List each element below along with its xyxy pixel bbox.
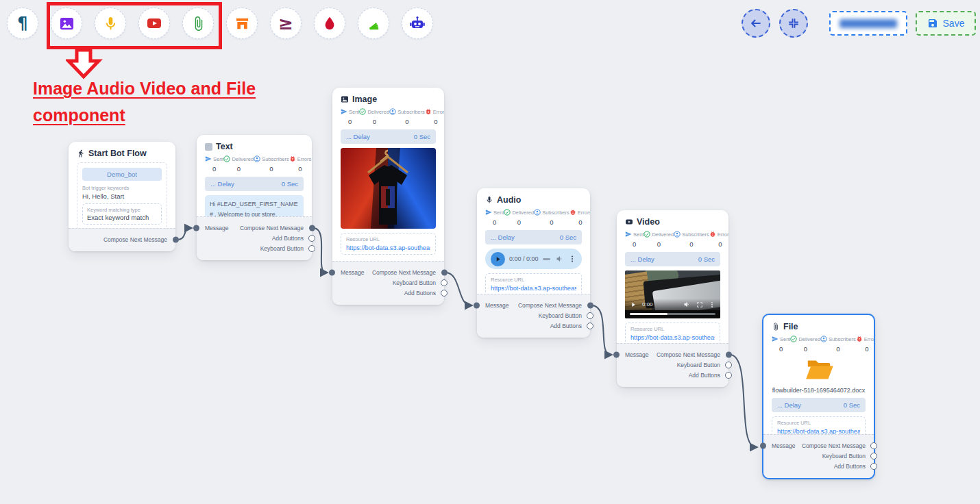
file-preview[interactable] bbox=[772, 357, 866, 384]
arrow-left-icon bbox=[749, 16, 763, 30]
sent-icon bbox=[205, 155, 212, 162]
sequence-component-button[interactable] bbox=[358, 8, 389, 39]
port-compose-out[interactable] bbox=[309, 225, 315, 231]
node-video[interactable]: Video Sent0 Delivered0 Subscribers0 Erro… bbox=[617, 210, 728, 387]
message-preview[interactable]: Hi #LEAD_USER_FIRST_NAME# , Welcome to o… bbox=[205, 195, 304, 216]
resource-url-link[interactable]: https://bot-data.s3.ap-southeast-1.wasab… bbox=[630, 334, 715, 341]
trigger-keywords-value[interactable]: Hi, Hello, Start bbox=[82, 192, 162, 200]
compose-next-message-label: Compose Next Message bbox=[103, 236, 167, 243]
fit-view-button[interactable] bbox=[779, 9, 808, 38]
sent-icon bbox=[485, 209, 492, 216]
image-preview[interactable] bbox=[341, 148, 436, 229]
resource-url-box: Resource URL https://bot-data.s3.ap-sout… bbox=[485, 273, 582, 294]
video-player[interactable]: 0:00 bbox=[625, 270, 720, 318]
port-message-in[interactable] bbox=[613, 351, 620, 357]
resource-url-link[interactable]: https://bot-data.s3.ap-southeast-1.wasab… bbox=[777, 428, 860, 434]
port-message-in[interactable] bbox=[193, 225, 199, 231]
audio-time: 0:00 / 0:00 bbox=[509, 255, 539, 262]
delay-setting[interactable]: ... Delay0 Sec bbox=[485, 230, 582, 244]
greater-equal-icon: ≥ bbox=[278, 14, 293, 32]
node-footer: Message Compose Next Message Keyboard Bu… bbox=[617, 343, 728, 387]
volume-icon[interactable] bbox=[556, 255, 564, 263]
trigger-keywords-label: Bot trigger keywords bbox=[82, 185, 162, 191]
port-keyboard-button[interactable] bbox=[870, 453, 877, 459]
folder-icon bbox=[804, 357, 834, 381]
node-title: Image bbox=[341, 93, 436, 104]
video-controls: 0:00 bbox=[625, 299, 720, 310]
start-node-settings: Demo_bot Bot trigger keywords Hi, Hello,… bbox=[77, 162, 167, 228]
video-icon bbox=[625, 218, 633, 226]
delivered-icon bbox=[790, 336, 797, 342]
back-button[interactable] bbox=[742, 9, 770, 38]
port-message-in[interactable] bbox=[474, 302, 480, 308]
annotation-line-2: component bbox=[33, 102, 307, 129]
port-add-buttons[interactable] bbox=[441, 290, 448, 297]
flow-builder-canvas[interactable]: { "toolbar": { "paragraph_glyph": "¶", "… bbox=[0, 0, 980, 504]
condition-component-button[interactable]: ≥ bbox=[270, 8, 302, 39]
errors-icon bbox=[425, 108, 432, 115]
paragraph-component-button[interactable]: ¶ bbox=[7, 8, 38, 39]
redacted-button[interactable] bbox=[829, 11, 907, 36]
delay-setting[interactable]: ... Delay0 Sec bbox=[341, 129, 436, 144]
wire-text-to-image bbox=[313, 228, 326, 273]
node-audio[interactable]: Audio Sent0 Delivered0 Subscribers0 Erro… bbox=[477, 188, 590, 338]
errors-icon bbox=[289, 155, 296, 162]
port-keyboard-button[interactable] bbox=[725, 362, 732, 368]
keyword-matching-input[interactable]: Keyword matching type Exact keyword matc… bbox=[82, 203, 162, 225]
port-keyboard-button[interactable] bbox=[308, 245, 315, 252]
audio-progress[interactable] bbox=[543, 258, 550, 260]
play-button[interactable] bbox=[491, 252, 505, 266]
delay-setting[interactable]: ... Delay0 Sec bbox=[625, 252, 720, 266]
node-start-bot-flow[interactable]: Start Bot Flow Demo_bot Bot trigger keyw… bbox=[69, 142, 175, 251]
delay-setting[interactable]: ... Delay0 Sec bbox=[772, 398, 866, 412]
port-message-in[interactable] bbox=[760, 442, 766, 449]
port-compose-out[interactable] bbox=[726, 351, 732, 357]
play-icon[interactable] bbox=[630, 301, 637, 308]
save-button[interactable]: Save bbox=[916, 11, 976, 36]
node-image[interactable]: Image Sent0 Delivered0 Subscribers0 Erro… bbox=[332, 88, 444, 305]
node-footer: Message Compose Next Message Add Buttons… bbox=[197, 216, 312, 260]
errors-icon bbox=[856, 336, 863, 342]
audio-player[interactable]: 0:00 / 0:00 bbox=[485, 249, 582, 269]
video-progress[interactable] bbox=[630, 313, 715, 315]
resource-url-link[interactable]: https://bot-data.s3.ap-southeast-1.wasab… bbox=[491, 285, 576, 292]
node-footer: Message Compose Next Message Keyboard Bu… bbox=[332, 261, 444, 305]
node-title: Text bbox=[205, 140, 304, 151]
node-footer: Message Compose Next Message Keyboard Bu… bbox=[763, 434, 874, 478]
port-add-buttons[interactable] bbox=[870, 463, 877, 470]
port-compose-out[interactable] bbox=[870, 442, 877, 449]
sent-icon bbox=[625, 231, 632, 238]
port-compose-out[interactable] bbox=[441, 269, 448, 275]
node-file[interactable]: File Sent0 Delivered0 Subscribers0 Error… bbox=[762, 314, 875, 479]
subscribers-icon bbox=[254, 155, 260, 162]
port-keyboard-button[interactable] bbox=[587, 312, 593, 319]
text-icon bbox=[205, 143, 212, 151]
port-message-in[interactable] bbox=[329, 269, 335, 275]
port-add-buttons[interactable] bbox=[308, 235, 315, 242]
port-compose-out[interactable] bbox=[173, 236, 179, 242]
wire-image-to-audio bbox=[445, 273, 471, 305]
delay-setting[interactable]: ... Delay0 Sec bbox=[205, 177, 304, 191]
volume-icon[interactable] bbox=[683, 301, 691, 308]
port-add-buttons[interactable] bbox=[725, 372, 732, 379]
audio-menu-icon[interactable] bbox=[568, 255, 576, 263]
fullscreen-icon[interactable] bbox=[696, 301, 703, 308]
wire-start-to-text bbox=[177, 228, 191, 240]
ecommerce-component-button[interactable] bbox=[226, 8, 258, 39]
port-keyboard-button[interactable] bbox=[441, 279, 448, 286]
subscribers-icon bbox=[389, 108, 396, 115]
drip-component-button[interactable] bbox=[314, 8, 345, 39]
port-compose-out[interactable] bbox=[587, 302, 593, 308]
delivered-icon bbox=[644, 231, 650, 238]
delivered-icon bbox=[504, 209, 511, 216]
play-icon bbox=[494, 255, 502, 263]
stats-row: Sent0 Delivered0 Subscribers0 Errors0 bbox=[205, 155, 304, 173]
resource-url-link[interactable]: https://bot-data.s3.ap-southeast-1.wasab… bbox=[346, 244, 430, 251]
bot-component-button[interactable] bbox=[402, 8, 433, 39]
video-menu-icon[interactable] bbox=[709, 301, 715, 308]
walking-person-icon bbox=[77, 149, 85, 158]
resource-url-box: Resource URL https://bot-data.s3.ap-sout… bbox=[772, 416, 866, 434]
node-text[interactable]: Text Sent0 Delivered0 Subscribers0 Error… bbox=[197, 135, 312, 260]
port-add-buttons[interactable] bbox=[587, 323, 593, 329]
bot-name-button[interactable]: Demo_bot bbox=[82, 168, 162, 181]
